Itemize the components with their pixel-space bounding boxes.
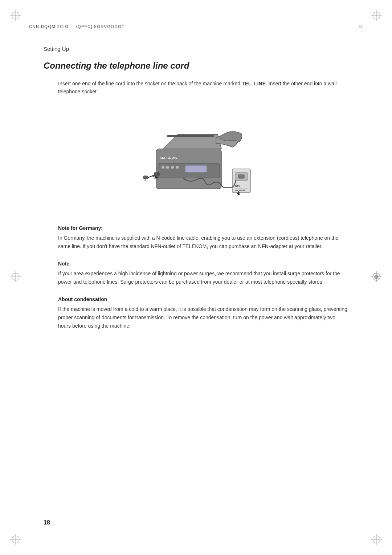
reg-mark-bottom-left bbox=[10, 534, 21, 545]
wall-socket: NFN bbox=[232, 169, 250, 193]
note-condensation-title: About condensation bbox=[58, 296, 348, 302]
telephone-line-cord-diagram: SET TEL LINE bbox=[109, 116, 283, 203]
fax-machine: SET TEL LINE bbox=[143, 131, 242, 189]
note-condensation: About condensation If the machine is mov… bbox=[58, 296, 348, 330]
svg-text:NFN: NFN bbox=[235, 185, 240, 187]
svg-rect-35 bbox=[238, 175, 244, 178]
reg-mark-top-left bbox=[10, 10, 21, 21]
svg-rect-29 bbox=[143, 176, 148, 179]
svg-rect-25 bbox=[176, 166, 179, 169]
note-germany-title: Note for Germany: bbox=[58, 225, 348, 231]
svg-rect-26 bbox=[185, 165, 207, 173]
reg-mark-right-mid bbox=[371, 271, 382, 284]
note-lightning-title: Note: bbox=[58, 261, 348, 267]
svg-rect-28 bbox=[154, 173, 159, 176]
reg-mark-top-right bbox=[371, 10, 382, 21]
svg-rect-20 bbox=[167, 135, 214, 137]
svg-rect-23 bbox=[166, 166, 169, 169]
note-germany-text: In Germany, the machine is supplied with… bbox=[58, 234, 348, 251]
header-code2: /QPFC[ 5GRVGODGT bbox=[76, 24, 124, 29]
document-page: CNN DQQM 2CIG /QPFC[ 5GRVGODGT 2/ Settin… bbox=[0, 0, 392, 555]
header-left: CNN DQQM 2CIG /QPFC[ 5GRVGODGT bbox=[29, 24, 124, 29]
note-lightning: Note: If your area experiences a high in… bbox=[58, 261, 348, 286]
header-code1: CNN DQQM 2CIG bbox=[29, 24, 69, 29]
note-lightning-text: If your area experiences a high incidenc… bbox=[58, 270, 348, 286]
intro-text-before: Insert one end of the line cord into the… bbox=[58, 81, 242, 86]
page-number: 18 bbox=[44, 519, 50, 526]
header-right: 2/ bbox=[359, 24, 363, 29]
intro-text: Insert one end of the line cord into the… bbox=[58, 80, 348, 96]
svg-rect-38 bbox=[235, 190, 238, 191]
main-content: Setting Up Connecting the telephone line… bbox=[29, 46, 363, 330]
svg-rect-40 bbox=[242, 190, 245, 191]
svg-rect-24 bbox=[171, 166, 174, 169]
svg-rect-39 bbox=[239, 190, 242, 191]
header-bar: CNN DQQM 2CIG /QPFC[ 5GRVGODGT 2/ bbox=[29, 22, 363, 31]
notes-section: Note for Germany: In Germany, the machin… bbox=[58, 225, 348, 331]
chapter-title: Connecting the telephone line cord bbox=[44, 61, 348, 71]
note-condensation-text: If the machine is moved from a cold to a… bbox=[58, 305, 348, 330]
reg-mark-bottom-right bbox=[371, 534, 382, 545]
intro-bold-text: TEL. LINE bbox=[242, 81, 266, 86]
reg-mark-left-mid bbox=[10, 271, 21, 284]
section-label: Setting Up bbox=[44, 46, 348, 52]
svg-rect-22 bbox=[162, 166, 164, 169]
note-germany: Note for Germany: In Germany, the machin… bbox=[58, 225, 348, 251]
svg-text:SET TEL LINE: SET TEL LINE bbox=[160, 157, 177, 159]
diagram-container: SET TEL LINE bbox=[44, 109, 348, 211]
